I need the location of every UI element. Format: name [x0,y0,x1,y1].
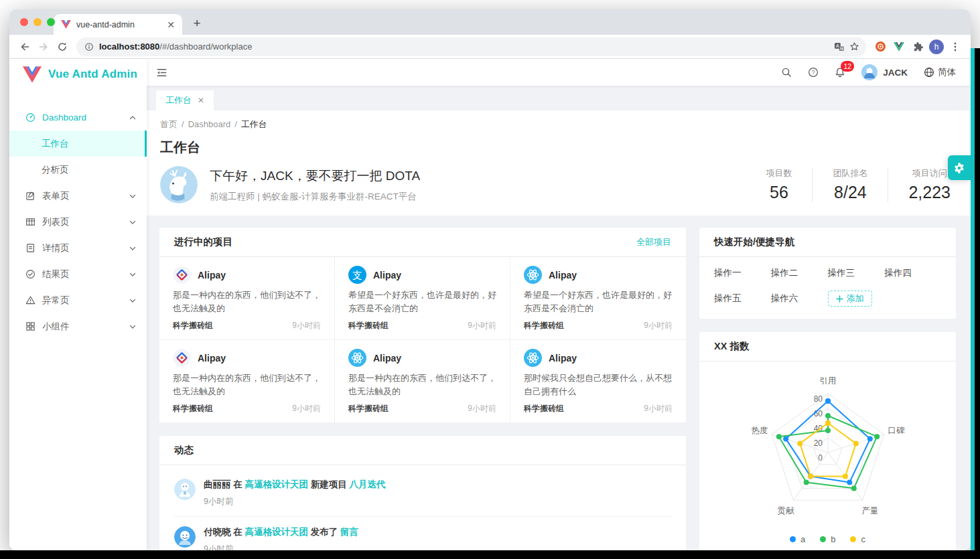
notification-badge: 12 [841,61,854,72]
project-name[interactable]: Alipay [198,353,226,364]
breadcrumb-home[interactable]: 首页 [160,119,178,129]
page-scroll: 首页/Dashboard/工作台 工作台 [147,110,971,550]
user-avatar-small [861,64,878,80]
activity-target-link[interactable]: 留言 [340,527,358,537]
activity-user[interactable]: 付晓晓 [204,527,231,537]
address-bar[interactable]: localhost:8080/#/dashboard/workplace A [76,37,866,56]
sidebar-item-widgets[interactable]: 小组件 [9,313,147,339]
forward-icon[interactable] [35,38,52,56]
app-logo[interactable]: Vue Antd Admin [9,59,147,90]
project-group-link[interactable]: 科学搬砖组 [173,320,213,331]
menu-fold-icon[interactable] [156,67,167,78]
search-icon[interactable] [781,67,792,78]
project-name[interactable]: Alipay [373,353,401,364]
warning-icon [25,295,36,305]
sidebar-item-exception[interactable]: 异常页 [9,287,147,313]
new-tab-button[interactable]: + [188,14,206,33]
language-switcher[interactable]: 简体 [924,66,956,78]
quick-link[interactable]: 操作五 [714,293,771,305]
legend-label: a [800,534,805,544]
breadcrumb-dashboard[interactable]: Dashboard [188,119,231,129]
background-window-edge [971,48,980,559]
user-menu[interactable]: JACK [861,64,908,80]
app-logo-text: Vue Antd Admin [48,68,137,81]
gear-icon [953,162,965,174]
legend-label: c [861,534,865,544]
project-name[interactable]: Alipay [198,270,226,281]
sidebar-item-workplace[interactable]: 工作台 [9,131,147,157]
chevron-down-icon [129,323,136,330]
sidebar-item-result[interactable]: 结果页 [9,261,147,287]
site-info-icon[interactable] [84,42,94,52]
extension-orange-icon[interactable] [871,38,889,56]
project-card[interactable]: Alipay 那时候我只会想自己想要什么，从不想自己拥有什么 科学搬砖组9小时前 [510,340,686,422]
legend-item-b[interactable]: b [820,534,835,544]
project-card[interactable]: Alipay 希望是一个好东西，也许是最好的，好东西是不会消亡的 科学搬砖组9小… [335,257,510,340]
extensions-puzzle-icon[interactable] [909,38,926,56]
zoom-window-button[interactable] [47,18,55,26]
project-group-link[interactable]: 科学搬砖组 [524,320,564,331]
translate-icon[interactable]: A [834,42,844,52]
minimize-window-button[interactable] [33,18,42,26]
quick-link[interactable]: 操作四 [884,267,941,279]
activity-target-link[interactable]: 八月迭代 [350,479,386,489]
project-card[interactable]: Alipay 那是一种内在的东西，他们到达不了，也无法触及的 科学搬砖组9小时前 [159,340,335,422]
browser-menu-icon[interactable] [947,38,964,56]
svg-text:?: ? [812,69,815,76]
stat-label: 团队排名 [833,167,867,179]
sidebar-item-detail[interactable]: 详情页 [9,235,147,261]
quick-link[interactable]: 操作二 [771,267,828,279]
settings-gear-button[interactable] [948,155,971,180]
stat-project-visits: 项目访问 2,223 [888,167,956,202]
all-projects-link[interactable]: 全部项目 [636,236,671,248]
plus-icon [836,295,843,303]
legend-item-c[interactable]: c [850,534,865,544]
sidebar-menu: Dashboard 工作台 分析页 表单页 [9,104,147,339]
activity-user[interactable]: 曲丽丽 [204,479,231,489]
quick-link[interactable]: 操作六 [771,293,828,305]
project-card[interactable]: Alipay 希望是一个好东西，也许是最好的，好东西是不会消亡的 科学搬砖组9小… [510,257,686,340]
url-host: localhost:8080 [99,42,159,52]
project-name[interactable]: Alipay [373,270,401,281]
sidebar-item-list[interactable]: 列表页 [9,209,147,235]
tab-close-icon[interactable]: ✕ [165,19,177,30]
project-group-link[interactable]: 科学搬砖组 [173,403,213,414]
back-icon[interactable] [16,38,33,56]
activity-card: 动态 曲丽丽 [159,436,686,550]
add-button[interactable]: 添加 [828,291,872,307]
sidebar-item-form[interactable]: 表单页 [9,183,147,209]
project-card[interactable]: Alipay 那是一种内在的东西，他们到达不了，也无法触及的 科学搬砖组9小时前 [159,257,335,340]
greeting-text: 下午好，JACK，要不要打一把 DOTA [210,167,420,185]
project-group-link[interactable]: 科学搬砖组 [348,403,389,414]
browser-tab[interactable]: vue-antd-admin ✕ [54,14,182,35]
tab-workplace[interactable]: 工作台 ✕ [156,90,214,110]
tab-close-icon[interactable]: ✕ [198,96,204,105]
projects-card-title: 进行中的项目 [174,236,232,248]
sidebar-item-dashboard[interactable]: Dashboard [9,104,147,131]
activity-group-link[interactable]: 高逼格设计天团 [245,479,309,489]
sidebar-item-label: 分析页 [42,164,69,176]
activity-group-link[interactable]: 高逼格设计天团 [245,527,309,537]
project-group-link[interactable]: 科学搬砖组 [524,403,564,414]
legend-label: b [831,534,835,544]
reload-icon[interactable] [54,38,71,56]
project-description: 希望是一个好东西，也许是最好的，好东西是不会消亡的 [524,289,673,315]
url-text: localhost:8080/#/dashboard/workplace [99,42,252,52]
project-card[interactable]: Alipay 那是一种内在的东西，他们到达不了，也无法触及的 科学搬砖组9小时前 [335,340,510,422]
project-name[interactable]: Alipay [549,353,577,364]
help-icon[interactable]: ? [808,67,819,78]
sidebar-item-label: 异常页 [42,295,70,307]
notification-bell-icon[interactable]: 12 [835,67,845,78]
legend-item-a[interactable]: a [790,534,805,544]
quick-link[interactable]: 操作三 [828,267,885,279]
project-name[interactable]: Alipay [549,270,577,281]
sidebar-item-analysis[interactable]: 分析页 [9,157,147,183]
content: 进行中的项目 全部项目 Alipay 那是一种内在的东西，他们到达不了，也无法触… [147,216,971,550]
profile-avatar[interactable]: h [928,38,945,56]
vue-devtools-icon[interactable] [890,38,908,56]
quick-link[interactable]: 操作一 [714,267,771,279]
bookmark-star-icon[interactable] [849,42,859,52]
close-window-button[interactable] [20,18,28,26]
username: JACK [883,68,908,78]
project-group-link[interactable]: 科学搬砖组 [348,320,389,331]
